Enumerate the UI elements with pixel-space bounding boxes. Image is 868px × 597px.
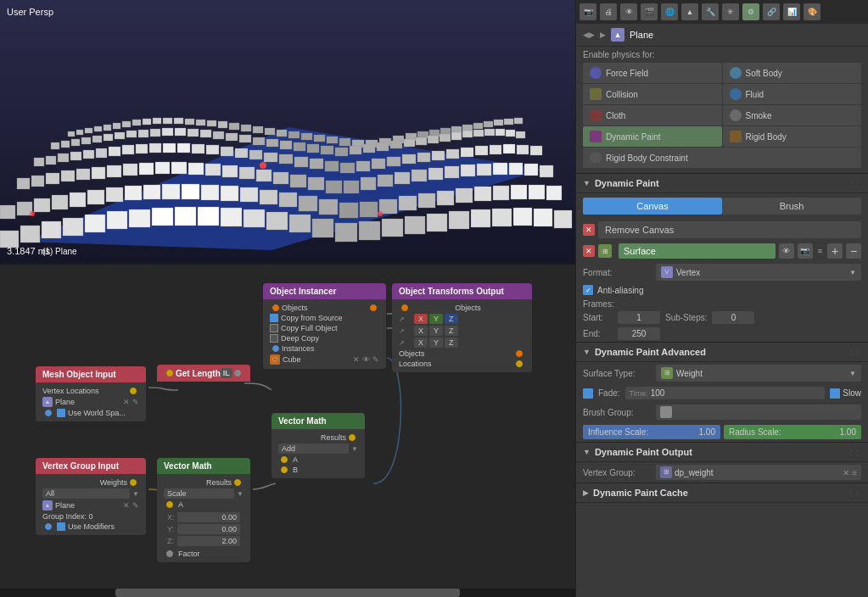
slow-checkbox[interactable] <box>830 388 840 399</box>
dynamic-paint-output-header[interactable]: ▼ Dynamic Paint Output ⋮⋮ <box>576 443 868 462</box>
node-instancer-deep-copy-row[interactable]: Deep Copy <box>266 333 383 343</box>
node-object-transforms[interactable]: Object Transforms Output Objects ↗ X Y Z <box>392 283 532 372</box>
anti-aliasing-checkbox[interactable]: ✓ <box>583 285 593 295</box>
surface-name-field[interactable] <box>619 243 776 259</box>
node-transforms-locations-row: Locations <box>395 359 529 369</box>
fade-time-field[interactable]: Time: 100 <box>625 387 826 399</box>
svg-rect-64 <box>307 144 319 153</box>
node-mesh-worldspace-row[interactable]: Use World Spa... <box>39 408 143 418</box>
surface-left-icons: ✕ <box>583 245 595 257</box>
physics-btn-cloth[interactable]: Cloth <box>583 105 722 126</box>
tab-canvas[interactable]: Canvas <box>583 198 722 215</box>
node-vertgroup-all-row[interactable]: All ▼ <box>39 488 143 499</box>
node-editor-scrollbar[interactable] <box>0 589 575 597</box>
node-mesh-x-btn[interactable]: ✕ <box>123 398 130 406</box>
node-vertgroup-x-btn[interactable]: ✕ <box>123 501 130 510</box>
prop-icon-object[interactable]: ▲ <box>681 3 698 20</box>
surface-eye-btn[interactable]: 👁 <box>779 243 794 259</box>
node-editor[interactable]: Mesh Object Input Vertex Locations ▲ Pla… <box>0 263 575 597</box>
node-mesh-object-input[interactable]: Mesh Object Input Vertex Locations ▲ Pla… <box>36 366 146 421</box>
svg-rect-145 <box>461 165 475 176</box>
surface-x-icon[interactable]: ✕ <box>583 245 595 257</box>
vg-menu-btn[interactable]: ≡ <box>852 468 857 477</box>
node-vertgroup-title: Vertex Group Input <box>42 461 119 471</box>
brush-group-field[interactable] <box>656 405 861 420</box>
dynamic-paint-section-header[interactable]: ▼ Dynamic Paint ⋮⋮ <box>576 174 868 193</box>
prop-icon-world[interactable]: 🌐 <box>661 3 678 20</box>
substeps-value[interactable]: 0 <box>712 311 754 324</box>
svg-rect-87 <box>96 148 107 158</box>
worldspace-checkbox[interactable] <box>57 409 65 417</box>
node-vm1-z-value[interactable]: 2.00 <box>177 536 240 546</box>
surface-type-dropdown[interactable]: ⊞ Weight ▼ <box>656 365 861 382</box>
node-instancer-copy-src-row[interactable]: Copy from Source <box>266 313 383 323</box>
physics-btn-collision[interactable]: Collision <box>583 84 722 104</box>
physics-btn-smoke[interactable]: Smoke <box>723 105 862 126</box>
node-instancer-copy-full-row[interactable]: Copy Full Object <box>266 323 383 333</box>
format-dropdown[interactable]: V Vertex ▼ <box>656 264 861 281</box>
node-vm1-x-value[interactable]: 0.00 <box>177 512 240 522</box>
usemod-checkbox[interactable] <box>57 522 65 531</box>
object-name: Plane <box>630 30 653 40</box>
node-vm1-z-row[interactable]: Z: 2.00 <box>164 535 244 547</box>
node-vm1-op-row[interactable]: Scale ▼ <box>160 488 247 499</box>
node-instancer-edit-btn[interactable]: ✎ <box>372 355 379 364</box>
prop-icon-physics[interactable]: ⚙ <box>742 3 759 20</box>
node-vertgroup-usemod-row[interactable]: Use Modifiers <box>39 522 143 532</box>
node-instancer-x-btn[interactable]: ✕ <box>353 355 360 364</box>
surface-add-btn[interactable]: + <box>827 243 843 259</box>
cb-copy-from-source[interactable] <box>270 314 278 322</box>
svg-rect-176 <box>474 187 491 201</box>
svg-rect-52 <box>150 129 160 137</box>
vertex-group-field[interactable]: ⊞ dp_weight ✕ ≡ <box>656 465 861 480</box>
dynamic-paint-advanced-header[interactable]: ▼ Dynamic Paint Advanced ⋮⋮ <box>576 343 868 362</box>
node-vm1-x-row[interactable]: X: 0.00 <box>164 511 244 523</box>
node-vertgroup-edit-btn[interactable]: ✎ <box>132 501 139 510</box>
prop-icon-scene[interactable]: 🎬 <box>641 3 658 20</box>
remove-canvas-button[interactable]: Remove Canvas <box>598 221 861 238</box>
fade-checkbox[interactable] <box>583 388 593 399</box>
influence-scale-btn[interactable]: Influence Scale: 1.00 <box>583 425 720 439</box>
node-get-length[interactable]: Get Length IL <box>157 365 250 382</box>
surface-render-btn[interactable]: 📷 <box>798 243 813 259</box>
cb-deep-copy[interactable] <box>270 334 278 343</box>
node-vector-math-add[interactable]: Vector Math Results Add ▼ A <box>272 413 365 478</box>
rigid-body-constraint-label: Rigid Body Constraint <box>606 153 688 163</box>
node-mesh-edit-btn[interactable]: ✎ <box>132 398 139 406</box>
node-vertgroup-plane-row[interactable]: ▲ Plane ✕ ✎ <box>39 499 143 511</box>
physics-btn-soft-body[interactable]: Soft Body <box>723 63 862 83</box>
cb-copy-full-object[interactable] <box>270 324 278 332</box>
node-object-instancer[interactable]: Object Instancer Objects Copy from Sourc… <box>263 283 386 369</box>
prop-icon-data[interactable]: 📊 <box>783 3 800 20</box>
node-instancer-cube-row[interactable]: ⬡ Cube ✕ 👁 ✎ <box>266 354 383 365</box>
scrollbar-thumb[interactable] <box>115 589 461 597</box>
node-vertex-group-input[interactable]: Vertex Group Input Weights All ▼ ▲ Plane… <box>36 458 146 535</box>
remove-canvas-x-icon[interactable]: ✕ <box>583 224 595 236</box>
node-vector-math-scale[interactable]: Vector Math Results Scale ▼ A <box>157 458 250 562</box>
node-vm2-op-row[interactable]: Add ▼ <box>275 443 361 455</box>
node-vm1-y-value[interactable]: 0.00 <box>177 524 240 534</box>
physics-btn-rigid-body[interactable]: Rigid Body <box>723 126 862 147</box>
node-vm1-y-row[interactable]: Y: 0.00 <box>164 523 244 535</box>
prop-icon-constraints[interactable]: 🔗 <box>763 3 780 20</box>
prop-icon-render[interactable]: 📷 <box>580 3 596 20</box>
physics-btn-force-field[interactable]: Force Field <box>583 63 722 83</box>
viewport[interactable]: User Persp 3.1847 ms (1) Plane <box>0 0 575 263</box>
dynamic-paint-cache-header[interactable]: ▶ Dynamic Paint Cache ⋮⋮ <box>576 483 868 503</box>
prop-icon-view[interactable]: 👁 <box>620 3 637 20</box>
physics-btn-rigid-body-constraint[interactable]: Rigid Body Constraint <box>583 148 861 168</box>
prop-icon-particles[interactable]: ✳ <box>722 3 739 20</box>
physics-btn-fluid[interactable]: Fluid <box>723 84 862 104</box>
end-value[interactable]: 250 <box>618 327 660 340</box>
prop-icon-modifier[interactable]: 🔧 <box>702 3 719 20</box>
physics-btn-dynamic-paint[interactable]: Dynamic Paint <box>583 126 722 147</box>
vg-x-btn[interactable]: ✕ <box>843 468 849 477</box>
prop-icon-material[interactable]: 🎨 <box>804 3 820 20</box>
prop-icon-output[interactable]: 🖨 <box>600 3 617 20</box>
node-mesh-plane-row[interactable]: ▲ Plane ✕ ✎ <box>39 396 143 408</box>
radius-scale-btn[interactable]: Radius Scale: 1.00 <box>724 425 861 439</box>
tab-brush[interactable]: Brush <box>722 198 861 215</box>
node-instancer-eye-btn[interactable]: 👁 <box>362 355 370 364</box>
start-value[interactable]: 1 <box>618 311 660 324</box>
surface-remove-btn[interactable]: − <box>846 243 861 259</box>
